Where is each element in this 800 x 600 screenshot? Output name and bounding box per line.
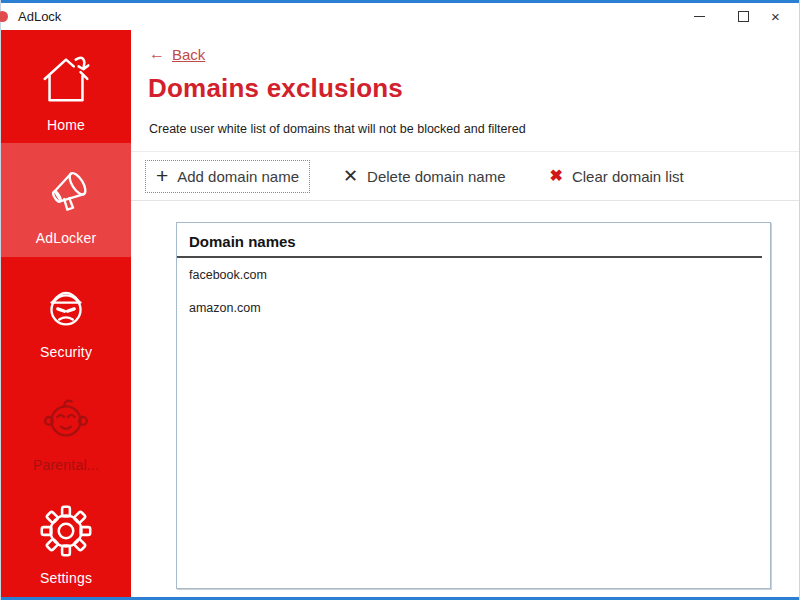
sidebar-item-label: AdLocker: [36, 230, 97, 246]
gear-icon: [35, 500, 97, 562]
minimize-button[interactable]: [677, 3, 721, 30]
add-domain-label: Add domain name: [177, 168, 299, 185]
sidebar: Home AdLocker: [1, 30, 131, 597]
clear-domain-list-label: Clear domain list: [572, 168, 684, 185]
sidebar-item-label: Parental...: [33, 457, 99, 473]
list-item[interactable]: facebook.com: [177, 258, 770, 291]
list-header-label: Domain names: [189, 233, 296, 256]
plus-icon: +: [156, 165, 168, 186]
megaphone-icon: [35, 160, 97, 222]
sidebar-item-label: Security: [40, 344, 92, 360]
red-x-icon: ✖: [550, 168, 563, 184]
sidebar-item-label: Settings: [40, 570, 92, 586]
sidebar-item-settings[interactable]: Settings: [1, 484, 131, 597]
back-link[interactable]: ← Back: [149, 45, 205, 63]
security-face-icon: [35, 274, 97, 336]
back-label: Back: [172, 46, 205, 63]
home-icon: [35, 47, 97, 109]
app-body: Home AdLocker: [1, 30, 799, 597]
main-panel: ← Back Domains exclusions Create user wh…: [131, 30, 799, 597]
x-icon: ✕: [343, 167, 358, 185]
close-icon: ×: [771, 9, 780, 24]
minimize-icon: [694, 16, 705, 17]
sidebar-item-home[interactable]: Home: [1, 30, 131, 143]
toolbar: + Add domain name ✕ Delete domain name ✖…: [131, 151, 799, 201]
list-area: Domain names facebook.com amazon.com: [131, 201, 799, 597]
list-header: Domain names: [177, 223, 762, 258]
sidebar-item-adlocker[interactable]: AdLocker: [1, 143, 131, 256]
maximize-icon: [738, 11, 749, 22]
titlebar: AdLock ×: [1, 3, 799, 30]
delete-domain-label: Delete domain name: [367, 168, 505, 185]
sidebar-item-label: Home: [47, 117, 85, 133]
app-window: AdLock ×: [0, 0, 800, 600]
maximize-button[interactable]: [721, 3, 765, 30]
window-title: AdLock: [18, 9, 61, 24]
page-title: Domains exclusions: [148, 73, 799, 104]
window-controls: ×: [677, 3, 799, 30]
sidebar-item-parental[interactable]: Parental...: [1, 370, 131, 483]
sidebar-item-security[interactable]: Security: [1, 257, 131, 370]
back-arrow-icon: ←: [149, 45, 165, 63]
list-item[interactable]: amazon.com: [177, 291, 770, 324]
app-logo-icon: [0, 11, 8, 22]
add-domain-button[interactable]: + Add domain name: [145, 160, 310, 193]
baby-face-icon: [35, 387, 97, 449]
domain-listbox: Domain names facebook.com amazon.com: [176, 222, 771, 589]
clear-domain-list-button[interactable]: ✖ Clear domain list: [539, 161, 695, 192]
page-subtitle: Create user white list of domains that w…: [149, 122, 799, 136]
delete-domain-button[interactable]: ✕ Delete domain name: [332, 160, 517, 192]
close-button[interactable]: ×: [765, 3, 799, 30]
